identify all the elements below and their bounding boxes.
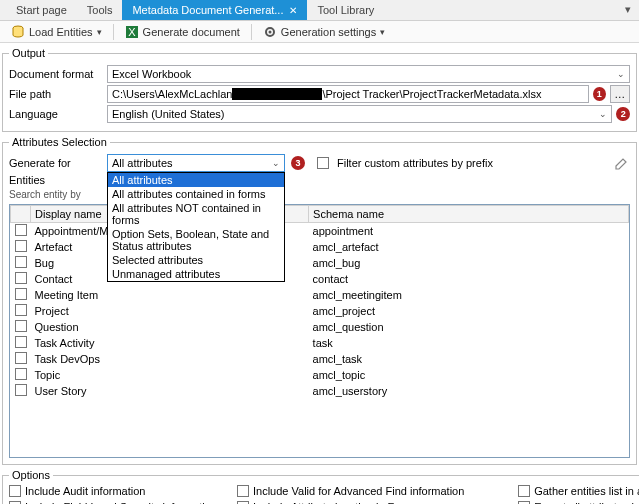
redacted-segment xyxy=(232,88,322,100)
toolbar-separator xyxy=(113,24,114,40)
search-entity-label: Search entity by xyxy=(9,189,101,200)
toolbar-separator xyxy=(251,24,252,40)
table-row[interactable]: Artefactamcl_artefact xyxy=(11,239,629,255)
browse-file-button[interactable]: … xyxy=(610,85,630,103)
cell-display-name: User Story xyxy=(31,383,309,399)
gear-icon xyxy=(263,25,277,39)
output-legend: Output xyxy=(9,47,48,59)
svg-text:X: X xyxy=(128,26,136,38)
cell-schema-name: amcl_artefact xyxy=(309,239,629,255)
excel-icon: X xyxy=(125,25,139,39)
chevron-down-icon: ⌄ xyxy=(595,109,607,119)
tab-metadata-generator[interactable]: Metadata Document Generat...✕ xyxy=(122,0,307,20)
dropdown-option[interactable]: Option Sets, Boolean, State and Status a… xyxy=(108,227,284,253)
chevron-down-icon: ⌄ xyxy=(268,158,280,168)
tab-bar: Start page Tools Metadata Document Gener… xyxy=(0,0,639,21)
generate-document-button[interactable]: X Generate document xyxy=(118,23,247,41)
file-path-input[interactable]: C:\Users\AlexMcLachlan\Project Tracker\P… xyxy=(107,85,589,103)
table-row[interactable]: Bugamcl_bug xyxy=(11,255,629,271)
caret-down-icon: ▾ xyxy=(380,27,385,37)
row-checkbox[interactable] xyxy=(15,368,27,380)
dropdown-option[interactable]: Unmanaged attributes xyxy=(108,267,284,281)
entities-label: Entities xyxy=(9,174,101,186)
file-path-label: File path xyxy=(9,88,101,100)
cell-schema-name: amcl_topic xyxy=(309,367,629,383)
entities-table-container[interactable]: Display name Schema name Appointment/Mee… xyxy=(9,204,630,458)
cell-schema-name: appointment xyxy=(309,223,629,240)
annotation-badge-2: 2 xyxy=(616,107,630,121)
row-checkbox[interactable] xyxy=(15,336,27,348)
cell-schema-name: task xyxy=(309,335,629,351)
table-row[interactable]: Task DevOpsamcl_task xyxy=(11,351,629,367)
chevron-down-icon: ⌄ xyxy=(613,69,625,79)
generate-for-label: Generate for xyxy=(9,157,101,169)
cell-display-name: Task DevOps xyxy=(31,351,309,367)
table-row[interactable]: Projectamcl_project xyxy=(11,303,629,319)
dropdown-option[interactable]: Selected attributes xyxy=(108,253,284,267)
attributes-legend: Attributes Selection xyxy=(9,136,110,148)
cell-schema-name: amcl_userstory xyxy=(309,383,629,399)
filter-prefix-checkbox[interactable] xyxy=(317,157,329,169)
database-icon xyxy=(11,25,25,39)
option-gather-summary[interactable]: Gather entities list in a summary (Excel… xyxy=(518,485,639,497)
cell-schema-name: amcl_meetingitem xyxy=(309,287,629,303)
document-format-label: Document format xyxy=(9,68,101,80)
language-label: Language xyxy=(9,108,101,120)
generation-settings-button[interactable]: Generation settings ▾ xyxy=(256,23,392,41)
tab-tools[interactable]: Tools xyxy=(77,0,123,20)
table-row[interactable]: User Storyamcl_userstory xyxy=(11,383,629,399)
options-group: Options Include Audit information Includ… xyxy=(2,469,639,504)
row-checkbox[interactable] xyxy=(15,320,27,332)
cell-display-name: Topic xyxy=(31,367,309,383)
cell-display-name: Task Activity xyxy=(31,335,309,351)
document-format-select[interactable]: Excel Workbook⌄ xyxy=(107,65,630,83)
row-checkbox[interactable] xyxy=(15,272,27,284)
row-checkbox[interactable] xyxy=(15,384,27,396)
cell-display-name: Project xyxy=(31,303,309,319)
output-group: Output Document format Excel Workbook⌄ F… xyxy=(2,47,637,132)
tab-close-icon[interactable]: ✕ xyxy=(289,5,297,16)
dropdown-option[interactable]: All attributes contained in forms xyxy=(108,187,284,201)
cell-schema-name: amcl_bug xyxy=(309,255,629,271)
toolbar: Load Entities ▾ X Generate document Gene… xyxy=(0,21,639,43)
column-schema-name[interactable]: Schema name xyxy=(309,206,629,223)
dropdown-option[interactable]: All attributes NOT contained in forms xyxy=(108,201,284,227)
table-row[interactable]: Appointment/Meetingappointment xyxy=(11,223,629,240)
row-checkbox[interactable] xyxy=(15,256,27,268)
table-row[interactable]: Questionamcl_question xyxy=(11,319,629,335)
table-row[interactable]: Task Activitytask xyxy=(11,335,629,351)
options-legend: Options xyxy=(9,469,53,481)
table-row[interactable]: Contactcontact xyxy=(11,271,629,287)
dropdown-option[interactable]: All attributes xyxy=(108,173,284,187)
cell-schema-name: amcl_task xyxy=(309,351,629,367)
row-checkbox[interactable] xyxy=(15,304,27,316)
svg-point-4 xyxy=(268,30,271,33)
cell-display-name: Meeting Item xyxy=(31,287,309,303)
attributes-group: Attributes Selection Generate for All at… xyxy=(2,136,637,465)
annotation-badge-1: 1 xyxy=(593,87,606,101)
entities-table: Display name Schema name Appointment/Mee… xyxy=(10,205,629,399)
caret-down-icon: ▾ xyxy=(97,27,102,37)
cell-schema-name: amcl_project xyxy=(309,303,629,319)
generate-for-select[interactable]: All attributes⌄ xyxy=(107,154,285,172)
row-checkbox[interactable] xyxy=(15,352,27,364)
cell-display-name: Question xyxy=(31,319,309,335)
edit-icon[interactable] xyxy=(614,155,630,171)
annotation-badge-3: 3 xyxy=(291,156,305,170)
cell-schema-name: contact xyxy=(309,271,629,287)
tab-overflow-button[interactable]: ▾ xyxy=(621,2,635,16)
table-row[interactable]: Meeting Itemamcl_meetingitem xyxy=(11,287,629,303)
option-audit[interactable]: Include Audit information xyxy=(9,485,217,497)
generate-for-dropdown: All attributes All attributes contained … xyxy=(107,172,285,282)
tab-start-page[interactable]: Start page xyxy=(6,0,77,20)
load-entities-button[interactable]: Load Entities ▾ xyxy=(4,23,109,41)
row-checkbox[interactable] xyxy=(15,240,27,252)
tab-tool-library[interactable]: Tool Library xyxy=(307,0,384,20)
row-checkbox[interactable] xyxy=(15,288,27,300)
cell-schema-name: amcl_question xyxy=(309,319,629,335)
filter-prefix-label: Filter custom attributes by prefix xyxy=(337,157,493,169)
row-checkbox[interactable] xyxy=(15,224,27,236)
language-select[interactable]: English (United States)⌄ xyxy=(107,105,612,123)
option-valid-advanced-find[interactable]: Include Valid for Advanced Find informat… xyxy=(237,485,498,497)
table-row[interactable]: Topicamcl_topic xyxy=(11,367,629,383)
